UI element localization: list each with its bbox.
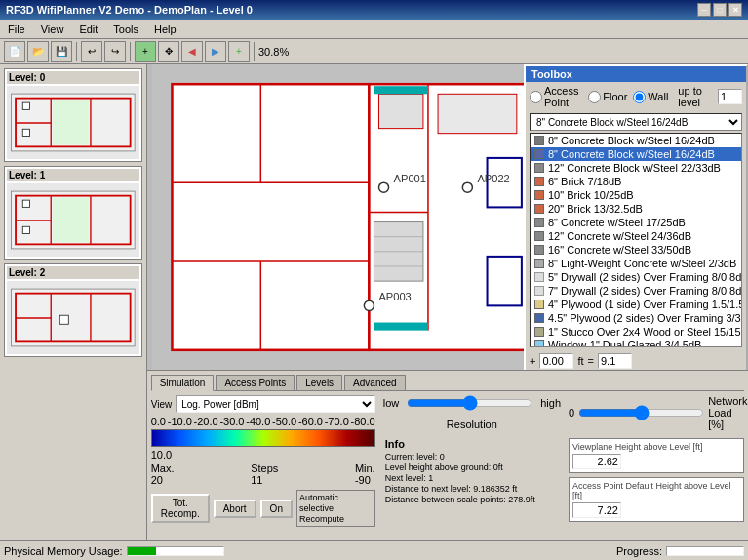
- tab-simulation[interactable]: Simulation: [151, 375, 215, 391]
- new-button[interactable]: 📄: [4, 41, 25, 62]
- menu-help[interactable]: Help: [150, 22, 180, 36]
- level-0-canvas: [7, 86, 139, 159]
- level-2-label: Level: 2: [7, 266, 139, 279]
- info-next-level: Next level: 1: [385, 473, 559, 483]
- scale-bottom-0: 10.0: [151, 449, 172, 460]
- tab-levels[interactable]: Levels: [296, 375, 342, 390]
- close-button[interactable]: ✕: [728, 3, 742, 17]
- separator-1: [76, 42, 77, 61]
- tot-recomp-button[interactable]: Tot. Recomp.: [151, 494, 210, 523]
- scale-val-8: -80.0: [351, 416, 375, 427]
- material-item-8[interactable]: 16" Concrete w/Steel 33/50dB: [531, 243, 741, 257]
- material-dropdown[interactable]: 8" Concrete Block w/Steel 16/24dB: [530, 113, 742, 131]
- network-load-slider[interactable]: [578, 405, 704, 420]
- viewplane-height-input[interactable]: [572, 454, 621, 469]
- scale-val-4: -40.0: [246, 416, 270, 427]
- add-ap-button[interactable]: +: [228, 41, 250, 62]
- minimize-button[interactable]: ─: [697, 3, 711, 17]
- material-item-13[interactable]: 4.5" Plywood (2 sides) Over Framing 3/3d…: [531, 311, 741, 325]
- svg-rect-36: [438, 94, 517, 133]
- pan-button[interactable]: ✥: [158, 41, 179, 62]
- material-item-1[interactable]: 8" Concrete Block w/Steel 16/24dB: [531, 147, 741, 161]
- info-title: Info: [385, 438, 559, 450]
- memory-label: Physical Memory Usage:: [4, 545, 123, 557]
- material-item-11[interactable]: 7" Drywall (2 sides) Over Framing 8/0.8d…: [531, 284, 741, 298]
- level-1-canvas: [7, 183, 139, 257]
- tab-advanced[interactable]: Advanced: [344, 375, 405, 390]
- steps-value: 11: [251, 474, 278, 486]
- level-0-thumbnail[interactable]: Level: 0: [4, 68, 142, 162]
- zoom-in-button[interactable]: +: [135, 41, 156, 62]
- tab-access-points[interactable]: Access Points: [216, 375, 295, 390]
- radio-wall[interactable]: Wall: [633, 91, 668, 103]
- level-2-thumbnail[interactable]: Level: 2: [4, 263, 142, 357]
- material-item-9[interactable]: 8" Light-Weight Concrete w/Steel 2/3dB: [531, 257, 741, 270]
- zoom-out-button[interactable]: ◀: [181, 41, 203, 62]
- material-item-10[interactable]: 5" Drywall (2 sides) Over Framing 8/0.8d…: [531, 270, 741, 284]
- ap-height-input[interactable]: [572, 502, 621, 518]
- material-item-4[interactable]: 10" Brick 10/25dB: [531, 188, 741, 202]
- material-item-15[interactable]: Window-1" Dual Glazed 3/4.5dB: [531, 339, 741, 347]
- svg-rect-23: [172, 84, 369, 350]
- svg-text:AP003: AP003: [378, 291, 411, 302]
- svg-point-44: [462, 182, 472, 192]
- offset-input[interactable]: [539, 353, 573, 369]
- left-panel: Level: 0 L: [0, 64, 147, 540]
- memory-progress-inner: [128, 547, 156, 555]
- main-layout: Level: 0 L: [0, 64, 748, 540]
- level-1-svg: [7, 183, 139, 257]
- material-color-3: [534, 177, 544, 186]
- high-label: high: [540, 397, 561, 409]
- maximize-button[interactable]: □: [713, 3, 727, 17]
- material-item-6[interactable]: 8" Concrete w/Steel 17/25dB: [531, 216, 741, 229]
- menu-edit[interactable]: Edit: [75, 22, 101, 36]
- redo-button[interactable]: ↪: [104, 41, 126, 62]
- open-button[interactable]: 📂: [27, 41, 49, 62]
- zoom-fit-button[interactable]: ▶: [205, 41, 226, 62]
- svg-rect-40: [374, 86, 428, 94]
- view-select[interactable]: Log. Power [dBm]: [176, 395, 375, 413]
- menu-tools[interactable]: Tools: [109, 22, 142, 36]
- min-col: Min. -90: [355, 462, 375, 486]
- material-list[interactable]: 8" Concrete Block w/Steel 16/24dB 8" Con…: [530, 133, 742, 347]
- save-button[interactable]: 💾: [51, 41, 72, 62]
- svg-rect-41: [374, 323, 428, 331]
- material-color-6: [534, 218, 544, 227]
- material-item-14[interactable]: 1" Stucco Over 2x4 Wood or Steel 15/15dB: [531, 325, 741, 339]
- menu-bar: File View Edit Tools Help: [0, 20, 748, 39]
- on-button[interactable]: On: [260, 500, 293, 518]
- title-bar-controls: ─ □ ✕: [697, 3, 742, 17]
- offset-total-input[interactable]: [598, 353, 632, 369]
- radio-access-point[interactable]: Access Point: [530, 85, 582, 108]
- material-color-4: [534, 190, 544, 200]
- color-scale: [151, 429, 375, 447]
- svg-rect-21: [59, 315, 68, 324]
- scale-val-5: -50.0: [272, 416, 296, 427]
- material-item-7[interactable]: 12" Concrete w/Steel 24/36dB: [531, 229, 741, 243]
- material-color-14: [534, 327, 544, 337]
- scale-params-row: Max. 20 Steps 11 Min. -90: [151, 462, 375, 486]
- material-item-5[interactable]: 20" Brick 13/32.5dB: [531, 202, 741, 216]
- material-item-2[interactable]: 12" Concrete Block w/Steel 22/33dB: [531, 161, 741, 175]
- simulation-tabs: Simulation Access Points Levels Advanced: [151, 375, 744, 391]
- progress-label: Progress:: [616, 545, 662, 557]
- sim-center-panel: low high Resolution Info Current level: …: [383, 395, 561, 534]
- level-1-thumbnail[interactable]: Level: 1: [4, 166, 142, 260]
- material-item-12[interactable]: 4" Plywood (1 side) Over Framing 1.5/1.5…: [531, 298, 741, 311]
- abort-button[interactable]: Abort: [214, 500, 256, 518]
- menu-file[interactable]: File: [4, 22, 29, 36]
- scale-labels-bottom: 10.0: [151, 449, 375, 460]
- svg-text:AP001: AP001: [393, 173, 425, 184]
- material-item-0[interactable]: 8" Concrete Block w/Steel 16/24dB: [531, 134, 741, 147]
- radio-floor[interactable]: Floor: [588, 91, 627, 103]
- material-item-3[interactable]: 6" Brick 7/18dB: [531, 175, 741, 188]
- material-color-11: [534, 286, 544, 296]
- menu-view[interactable]: View: [37, 22, 68, 36]
- steps-label: Steps: [251, 462, 278, 474]
- resolution-slider[interactable]: [407, 395, 532, 411]
- canvas-area[interactable]: AP001 AP022 AP023 AP003: [147, 64, 748, 370]
- level-1-label: Level: 1: [7, 169, 139, 181]
- material-color-9: [534, 259, 544, 268]
- undo-button[interactable]: ↩: [81, 41, 102, 62]
- up-to-level-input[interactable]: [718, 89, 742, 104]
